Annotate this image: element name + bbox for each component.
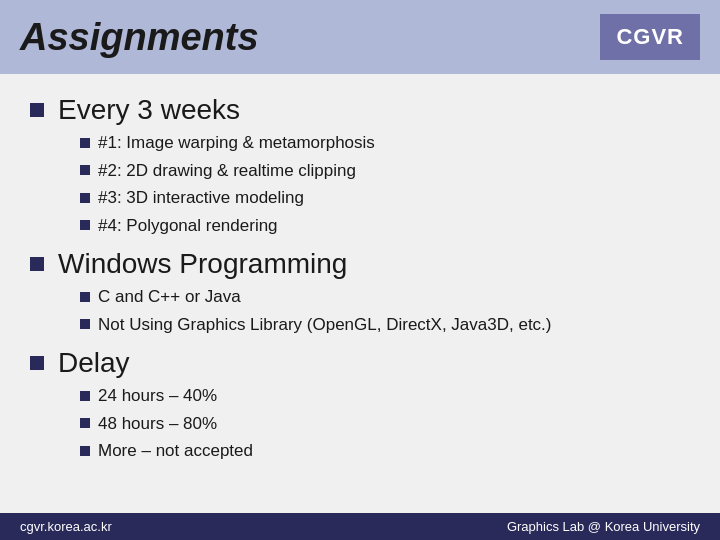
slide-title: Assignments: [20, 16, 259, 59]
bullet-icon-3: [30, 356, 44, 370]
section-delay: Delay 24 hours – 40% 48 hours – 80% More…: [30, 347, 690, 464]
sub-bullet-icon: [80, 391, 90, 401]
bullet-icon-1: [30, 103, 44, 117]
sub-bullet-icon: [80, 138, 90, 148]
section-title-every3weeks: Every 3 weeks: [30, 94, 690, 126]
section-every3weeks: Every 3 weeks #1: Image warping & metamo…: [30, 94, 690, 238]
footer: cgvr.korea.ac.kr Graphics Lab @ Korea Un…: [0, 513, 720, 540]
list-item: #2: 2D drawing & realtime clipping: [80, 158, 690, 184]
logo: CGVR: [600, 14, 700, 60]
footer-left: cgvr.korea.ac.kr: [20, 519, 112, 534]
section-title-delay: Delay: [30, 347, 690, 379]
list-item: More – not accepted: [80, 438, 690, 464]
list-item: 48 hours – 80%: [80, 411, 690, 437]
list-item: #3: 3D interactive modeling: [80, 185, 690, 211]
list-item: Not Using Graphics Library (OpenGL, Dire…: [80, 312, 690, 338]
sub-items-windows: C and C++ or Java Not Using Graphics Lib…: [80, 284, 690, 337]
list-item: 24 hours – 40%: [80, 383, 690, 409]
section-windows-programming: Windows Programming C and C++ or Java No…: [30, 248, 690, 337]
content-area: Every 3 weeks #1: Image warping & metamo…: [0, 74, 720, 513]
header: Assignments CGVR: [0, 0, 720, 74]
footer-right: Graphics Lab @ Korea University: [507, 519, 700, 534]
sub-items-every3weeks: #1: Image warping & metamorphosis #2: 2D…: [80, 130, 690, 238]
bullet-icon-2: [30, 257, 44, 271]
sub-bullet-icon: [80, 319, 90, 329]
sub-bullet-icon: [80, 292, 90, 302]
sub-bullet-icon: [80, 165, 90, 175]
list-item: C and C++ or Java: [80, 284, 690, 310]
sub-bullet-icon: [80, 418, 90, 428]
list-item: #1: Image warping & metamorphosis: [80, 130, 690, 156]
sub-bullet-icon: [80, 446, 90, 456]
list-item: #4: Polygonal rendering: [80, 213, 690, 239]
sub-items-delay: 24 hours – 40% 48 hours – 80% More – not…: [80, 383, 690, 464]
section-title-windows: Windows Programming: [30, 248, 690, 280]
slide: Assignments CGVR Every 3 weeks #1: Image…: [0, 0, 720, 540]
sub-bullet-icon: [80, 193, 90, 203]
sub-bullet-icon: [80, 220, 90, 230]
